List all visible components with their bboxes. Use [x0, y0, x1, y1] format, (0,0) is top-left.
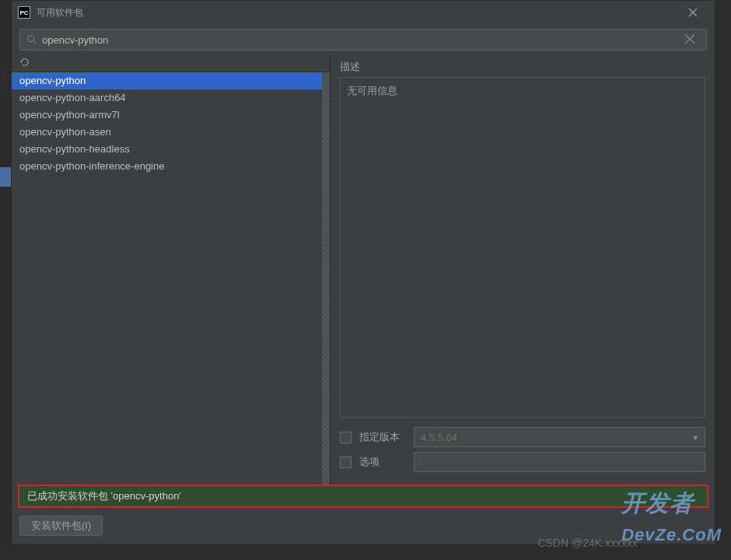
package-item[interactable]: opencv-python-asen — [12, 124, 330, 141]
description-body: 无可用信息 — [340, 77, 705, 418]
close-button[interactable] — [677, 1, 708, 24]
install-options: 指定版本 4.5.5.64 ▾ 选项 — [331, 422, 715, 485]
options-checkbox[interactable] — [340, 457, 352, 468]
search-input[interactable] — [42, 34, 684, 46]
options-input[interactable] — [414, 452, 705, 472]
description-label: 描述 — [340, 60, 705, 74]
package-item[interactable]: opencv-python-armv7l — [12, 107, 330, 124]
split-pane: opencv-pythonopencv-python-aarch64opencv… — [12, 55, 715, 485]
titlebar[interactable]: PC 可用软件包 — [12, 1, 715, 24]
install-package-button[interactable]: 安装软件包(I) — [19, 516, 103, 536]
specify-version-row: 指定版本 4.5.5.64 ▾ — [340, 427, 705, 447]
svg-point-0 — [28, 36, 34, 42]
options-label: 选项 — [359, 455, 406, 469]
package-list[interactable]: opencv-pythonopencv-python-aarch64opencv… — [12, 72, 330, 485]
close-icon — [688, 8, 698, 17]
reload-toolbar — [12, 55, 330, 72]
package-item[interactable]: opencv-python — [12, 72, 330, 89]
details-panel: 描述 无可用信息 指定版本 4.5.5.64 ▾ 选项 — [331, 55, 715, 485]
specify-version-label: 指定版本 — [359, 430, 406, 444]
description-area: 描述 无可用信息 — [331, 55, 715, 422]
version-dropdown[interactable]: 4.5.5.64 ▾ — [414, 427, 705, 447]
bg-selection-stripe — [0, 167, 11, 187]
package-item[interactable]: opencv-python-headless — [12, 141, 330, 158]
version-value: 4.5.5.64 — [421, 432, 457, 443]
search-box[interactable] — [19, 29, 707, 51]
scrollbar-vertical[interactable] — [322, 72, 330, 485]
dialog-title: 可用软件包 — [37, 6, 83, 19]
package-item[interactable]: opencv-python-inference-engine — [12, 158, 330, 175]
app-icon: PC — [18, 6, 30, 19]
package-list-panel: opencv-pythonopencv-python-aarch64opencv… — [12, 55, 331, 485]
status-bar: 已成功安装软件包 'opencv-python' — [18, 485, 708, 508]
reload-icon[interactable] — [19, 57, 30, 70]
packages-dialog: PC 可用软件包 opencv-pythonopencv-python-aarc… — [11, 0, 715, 544]
button-row: 安装软件包(I) — [12, 508, 715, 544]
search-row — [12, 24, 715, 55]
search-icon — [26, 34, 37, 45]
chevron-down-icon: ▾ — [693, 432, 698, 443]
package-item[interactable]: opencv-python-aarch64 — [12, 89, 330, 107]
status-message: 已成功安装软件包 'opencv-python' — [27, 489, 181, 503]
options-row: 选项 — [340, 452, 705, 472]
clear-search-icon[interactable] — [684, 33, 700, 47]
install-button-label: 安装软件包(I) — [31, 519, 91, 533]
specify-version-checkbox[interactable] — [340, 432, 352, 443]
